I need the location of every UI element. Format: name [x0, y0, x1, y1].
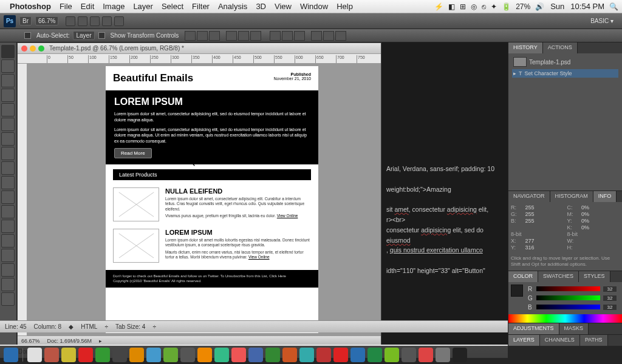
marquee-tool[interactable] — [1, 59, 15, 73]
heal-tool[interactable] — [1, 132, 15, 146]
tab-layers[interactable]: LAYERS — [508, 335, 540, 346]
red-slider[interactable] — [536, 286, 600, 291]
red-input[interactable] — [603, 286, 617, 292]
document-titlebar[interactable]: Template-1.psd @ 66.7% (Lorem ipsum, RGB… — [18, 43, 381, 54]
blue-input[interactable] — [603, 304, 617, 311]
workspace-select[interactable]: BASIC ▾ — [586, 16, 618, 25]
history-brush-tool[interactable] — [1, 176, 15, 189]
spectrum-picker[interactable] — [508, 314, 622, 323]
history-step[interactable]: ▸TSet Character Style — [512, 69, 618, 78]
menu-layer[interactable]: Layer — [133, 2, 153, 11]
dock-app-icon[interactable] — [265, 348, 280, 362]
green-slider[interactable] — [536, 295, 600, 300]
rotate-icon[interactable] — [90, 16, 100, 26]
dock-app-icon[interactable] — [44, 348, 59, 362]
gradient-tool[interactable] — [1, 205, 15, 218]
dock-app-icon[interactable] — [436, 348, 450, 362]
crop-tool[interactable] — [1, 103, 15, 116]
menu-image[interactable]: Image — [103, 2, 125, 11]
dock-app-icon[interactable] — [384, 348, 399, 362]
view-online-link[interactable]: View Online — [248, 255, 270, 259]
battery-icon[interactable]: 🔋 — [502, 2, 511, 11]
volume-icon[interactable]: 🔊 — [535, 2, 544, 11]
menu-view[interactable]: View — [275, 2, 292, 11]
dock-app-icon[interactable] — [299, 348, 314, 362]
screen-icon[interactable] — [114, 16, 124, 26]
ruler-vertical[interactable] — [18, 64, 27, 335]
status-icon[interactable]: ⊞ — [460, 2, 466, 11]
align-icon[interactable] — [185, 31, 196, 41]
tab-channels[interactable]: CHANNELS — [540, 335, 580, 346]
tab-navigator[interactable]: NAVIGATOR — [508, 191, 550, 202]
dock-app-icon[interactable] — [180, 348, 195, 362]
dock-app-icon[interactable] — [95, 348, 110, 362]
shape-tool[interactable] — [1, 292, 15, 306]
zoom-select[interactable]: 66.7% — [35, 16, 58, 25]
dock-app-icon[interactable] — [61, 348, 76, 362]
code-editor[interactable]: Arial, Verdana, sans-serif; padding: 10 … — [381, 42, 508, 346]
tab-paths[interactable]: PATHS — [580, 335, 608, 346]
menu-analysis[interactable]: Analysis — [218, 2, 247, 11]
dock-app-icon[interactable] — [282, 348, 297, 362]
distribute-icon[interactable] — [282, 31, 293, 41]
distribute-icon[interactable] — [270, 31, 281, 41]
dock-app-icon[interactable] — [316, 348, 331, 362]
dock-app-icon[interactable] — [231, 348, 246, 362]
menu-help[interactable]: Help — [337, 2, 353, 11]
dock-app-icon[interactable] — [146, 348, 161, 362]
arrange-icon[interactable] — [102, 16, 112, 26]
dock-app-icon[interactable] — [214, 348, 229, 362]
dock-app-icon[interactable] — [129, 348, 144, 362]
hand-icon[interactable] — [66, 16, 75, 26]
dock-app-icon[interactable] — [419, 348, 433, 362]
menu-filter[interactable]: Filter — [192, 2, 210, 11]
eyedropper-tool[interactable] — [1, 118, 15, 131]
menu-file[interactable]: File — [60, 2, 72, 11]
dock-app-icon[interactable] — [27, 348, 42, 362]
dock-app-icon[interactable] — [333, 348, 348, 362]
menu-3d[interactable]: 3D — [256, 2, 266, 11]
menu-select[interactable]: Select — [162, 2, 183, 11]
close-icon[interactable] — [21, 46, 27, 52]
menu-edit[interactable]: Edit — [81, 2, 94, 11]
zoom-status[interactable]: 66.67% — [21, 338, 40, 344]
ps-logo-icon[interactable]: Ps — [4, 15, 16, 27]
status-icon[interactable]: ⎋ — [482, 2, 486, 11]
lasso-tool[interactable] — [1, 74, 15, 87]
align-icon[interactable] — [197, 31, 208, 41]
canvas[interactable]: Beautiful Emails PublishedNovember 21, 2… — [27, 64, 381, 335]
stamp-tool[interactable] — [1, 161, 15, 175]
align-icon[interactable] — [238, 31, 249, 41]
distribute-icon[interactable] — [311, 31, 322, 41]
dock-app-icon[interactable] — [453, 348, 467, 362]
green-input[interactable] — [603, 295, 617, 302]
zoom-icon[interactable] — [78, 16, 87, 26]
auto-select-checkbox[interactable] — [24, 32, 31, 39]
move-tool[interactable] — [1, 45, 15, 58]
ruler-horizontal[interactable]: 0501001502002503003504004505005506006507… — [18, 54, 381, 64]
dock-app-icon[interactable] — [163, 348, 178, 362]
dock-app-icon[interactable] — [350, 348, 365, 362]
dock-app-icon[interactable] — [197, 348, 212, 362]
pen-tool[interactable] — [1, 249, 15, 262]
status-icon[interactable]: ◎ — [471, 2, 477, 11]
evernote-icon[interactable]: ✦ — [491, 2, 497, 11]
lang-indicator[interactable]: HTML — [81, 323, 97, 330]
wand-tool[interactable] — [1, 89, 15, 102]
blue-slider[interactable] — [536, 305, 600, 309]
type-tool[interactable] — [1, 263, 15, 277]
align-icon[interactable] — [226, 31, 237, 41]
view-online-link[interactable]: View Online — [277, 214, 298, 218]
zoom-icon[interactable] — [38, 46, 44, 52]
dock-app-icon[interactable] — [402, 348, 416, 362]
distribute-icon[interactable] — [335, 31, 346, 41]
tab-history[interactable]: HISTORY — [508, 42, 543, 53]
tab-histogram[interactable]: HISTOGRAM — [550, 191, 593, 202]
menu-window[interactable]: Window — [300, 2, 328, 11]
bridge-button[interactable]: Br — [19, 16, 32, 25]
tab-adjustments[interactable]: ADJUSTMENTS — [508, 323, 559, 334]
show-transform-checkbox[interactable] — [98, 32, 105, 39]
dock-app-icon[interactable] — [112, 348, 127, 362]
brush-tool[interactable] — [1, 147, 15, 160]
status-icon[interactable]: ◧ — [448, 2, 455, 11]
